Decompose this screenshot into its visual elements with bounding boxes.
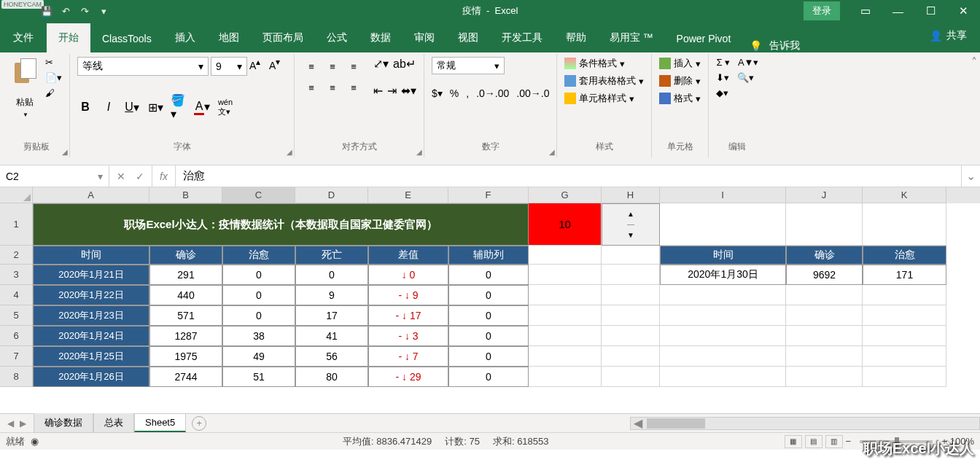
percent-format-icon[interactable]: %	[450, 87, 459, 99]
cut-icon[interactable]: ✂	[45, 57, 62, 68]
data-cell[interactable]: 51	[222, 367, 295, 387]
data-cell[interactable]: 49	[222, 346, 295, 367]
autosum-button[interactable]: Σ ▾ A▼▾	[716, 57, 758, 68]
col-header[interactable]: C	[222, 187, 295, 203]
data-cell[interactable]: 9692	[786, 265, 863, 285]
tab-powerpivot[interactable]: Power Pivot	[665, 25, 743, 52]
data-cell[interactable]: 2020年1月23日	[33, 305, 149, 326]
sheet-tab[interactable]: 总表	[93, 413, 134, 433]
data-cell[interactable]: 571	[149, 305, 222, 326]
sheet-tab[interactable]: Sheet5	[134, 414, 186, 432]
paste-button[interactable]: 粘贴 ▼	[10, 57, 39, 141]
row-header[interactable]: 8	[0, 367, 33, 387]
expand-formula-icon[interactable]: ⌄	[961, 165, 980, 187]
data-cell[interactable]: 2020年1月22日	[33, 285, 149, 305]
normal-view-icon[interactable]: ▦	[785, 435, 802, 448]
fx-icon[interactable]: fx	[152, 165, 176, 187]
tab-home[interactable]: 开始	[47, 23, 90, 52]
data-cell[interactable]: 0	[222, 305, 295, 326]
data-cell[interactable]: 2020年1月24日	[33, 326, 149, 346]
spinner-up-icon[interactable]: ▲	[627, 204, 634, 225]
data-cell[interactable]: 1287	[149, 326, 222, 346]
col-header[interactable]: H	[602, 187, 660, 203]
undo-icon[interactable]: ↶	[59, 4, 72, 17]
data-cell[interactable]: 291	[149, 265, 222, 285]
insert-cells-button[interactable]: 插入▾	[659, 57, 701, 70]
increase-font-icon[interactable]: A▴	[249, 57, 267, 76]
spinner-control[interactable]: ▲ ▼	[602, 203, 660, 246]
align-bottom-icon[interactable]: ≡	[344, 57, 363, 76]
align-top-icon[interactable]: ≡	[302, 57, 321, 76]
row-header[interactable]: 1	[0, 203, 33, 246]
save-icon[interactable]: 💾	[40, 4, 53, 17]
data-cell[interactable]: - ↓ 7	[368, 346, 448, 367]
tellme-input[interactable]: 告诉我	[769, 39, 800, 52]
fill-color-button[interactable]: 🪣▾	[171, 93, 187, 121]
data-cell[interactable]: 9	[295, 285, 368, 305]
sheet-nav-next-icon[interactable]: ▶	[20, 418, 26, 429]
data-cell[interactable]: 0	[448, 305, 529, 326]
page-layout-view-icon[interactable]: ▤	[805, 435, 822, 448]
macro-record-icon[interactable]: ◉	[31, 436, 39, 447]
worksheet-grid[interactable]: A B C D E F G H I J K 1 职场Excel小达人：疫情数据统…	[0, 187, 980, 413]
data-cell[interactable]: 2020年1月30日	[660, 265, 786, 285]
zoom-out-icon[interactable]: −	[846, 436, 852, 447]
col-header[interactable]: I	[660, 187, 786, 203]
align-middle-icon[interactable]: ≡	[323, 57, 342, 76]
tab-insert[interactable]: 插入	[163, 23, 207, 52]
number-format-select[interactable]: 常规▾	[432, 57, 505, 74]
data-cell[interactable]: 440	[149, 285, 222, 305]
data-cell[interactable]: 2744	[149, 367, 222, 387]
row-header[interactable]: 2	[0, 246, 33, 265]
data-cell[interactable]: 0	[448, 367, 529, 387]
tab-map[interactable]: 地图	[207, 23, 251, 52]
data-cell[interactable]: 0	[448, 285, 529, 305]
data-cell[interactable]: 41	[295, 326, 368, 346]
data-cell[interactable]: 171	[863, 265, 946, 285]
decrease-indent-icon[interactable]: ⇤	[373, 84, 383, 98]
fill-button[interactable]: ⬇▾ 🔍▾	[716, 72, 758, 83]
banner-cell[interactable]: 职场Excel小达人：疫情数据统计（本数据取自国家卫健委官网）	[33, 203, 529, 246]
data-cell[interactable]: 38	[222, 326, 295, 346]
tab-developer[interactable]: 开发工具	[490, 23, 554, 52]
delete-cells-button[interactable]: 删除▾	[659, 74, 701, 87]
row-header[interactable]: 7	[0, 346, 33, 367]
data-cell[interactable]: 2020年1月25日	[33, 346, 149, 367]
decrease-font-icon[interactable]: A▾	[269, 57, 287, 76]
row-header[interactable]: 3	[0, 265, 33, 285]
data-cell[interactable]: - ↓ 29	[368, 367, 448, 387]
data-cell[interactable]: 0	[448, 346, 529, 367]
col-header[interactable]: G	[529, 187, 602, 203]
row-header[interactable]: 4	[0, 285, 33, 305]
border-button[interactable]: ⊞▾	[147, 101, 163, 114]
format-as-table-button[interactable]: 套用表格格式▾	[564, 74, 644, 87]
data-cell[interactable]: 80	[295, 367, 368, 387]
data-cell[interactable]: 17	[295, 305, 368, 326]
tab-review[interactable]: 审阅	[402, 23, 446, 52]
spinner-down-icon[interactable]: ▼	[627, 225, 634, 246]
font-name-select[interactable]: 等线▾	[77, 57, 209, 76]
data-cell[interactable]: ↓ 0	[368, 265, 448, 285]
conditional-format-button[interactable]: 条件格式▾	[564, 57, 644, 70]
font-color-button[interactable]: A▾	[194, 100, 210, 115]
sheet-tab[interactable]: 确诊数据	[34, 413, 93, 433]
copy-icon[interactable]: 📄▾	[45, 72, 62, 83]
format-painter-icon[interactable]: 🖌	[45, 87, 62, 98]
close-icon[interactable]: ✕	[947, 0, 980, 22]
new-sheet-button[interactable]: +	[192, 416, 206, 431]
data-cell[interactable]: 0	[222, 285, 295, 305]
enter-formula-icon[interactable]: ✓	[136, 171, 144, 182]
data-cell[interactable]: 2020年1月26日	[33, 367, 149, 387]
comma-format-icon[interactable]: ,	[466, 87, 469, 99]
font-size-select[interactable]: 9▾	[211, 57, 247, 76]
select-all-cell[interactable]	[0, 187, 33, 203]
data-cell[interactable]: 56	[295, 346, 368, 367]
font-launcher[interactable]: ◢	[287, 148, 292, 156]
align-right-icon[interactable]: ≡	[344, 78, 363, 97]
tab-classtools[interactable]: ClassTools	[90, 25, 163, 52]
wrap-text-icon[interactable]: ab↵	[393, 57, 416, 71]
row-header[interactable]: 5	[0, 305, 33, 326]
alignment-launcher[interactable]: ◢	[416, 148, 422, 156]
minimize-icon[interactable]: —	[882, 0, 914, 22]
orientation-icon[interactable]: ⤢▾	[373, 57, 389, 71]
